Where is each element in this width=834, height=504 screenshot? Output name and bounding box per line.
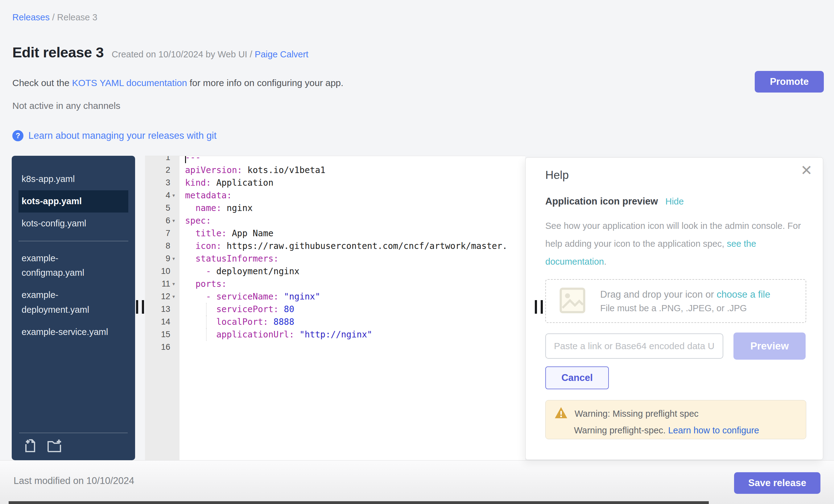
kots-yaml-doc-link[interactable]: KOTS YAML documentation [72, 78, 187, 88]
file-sidebar: k8s-app.yamlkots-app.yamlkots-config.yam… [12, 156, 135, 460]
sidebar-file-example-deployment.yaml[interactable]: example-deployment.yaml [19, 284, 128, 321]
code-content: icon: https://raw.githubusercontent.com/… [179, 240, 507, 252]
file-label: example-deployment.yaml [22, 288, 113, 317]
file-label: example-configmap.yaml [22, 251, 113, 281]
icon-url-input[interactable] [545, 333, 723, 359]
code-line-2[interactable]: 2apiVersion: kots.io/v1beta1 [145, 164, 525, 176]
preview-button[interactable]: Preview [733, 332, 806, 360]
warning-detail: Warning preflight-spec. Learn how to con… [574, 425, 797, 436]
code-line-3[interactable]: 3kind: Application [145, 176, 525, 189]
code-line-15[interactable]: 15 applicationUrl: "http://nginx" [145, 328, 525, 341]
code-line-8[interactable]: 8 icon: https://raw.githubusercontent.co… [145, 240, 525, 252]
code-line-11[interactable]: 11▾ ports: [145, 278, 525, 290]
sidebar-file-example-configmap.yaml[interactable]: example-configmap.yaml [19, 247, 128, 284]
code-content: localPort: 8888 [179, 315, 294, 328]
channel-status: Not active in any channels [12, 101, 120, 111]
code-content: statusInformers: [179, 252, 279, 265]
file-label: kots-config.yaml [22, 216, 86, 231]
code-line-12[interactable]: 12▾ - serviceName: "nginx" [145, 290, 525, 303]
learn-configure-link[interactable]: Learn how to configure [668, 425, 759, 435]
help-panel-title: Help [545, 169, 569, 182]
icon-preview-description: See how your application icon will look … [545, 217, 817, 270]
add-file-icon[interactable] [23, 439, 38, 454]
code-content: servicePort: 80 [179, 303, 294, 315]
code-content: apiVersion: kots.io/v1beta1 [179, 164, 325, 176]
code-content: - deployment/nginx [179, 265, 300, 278]
code-line-1[interactable]: 1--- [145, 156, 525, 164]
breadcrumb: Releases / Release 3 [12, 12, 97, 23]
save-release-button[interactable]: Save release [734, 472, 820, 494]
fold-arrow-icon[interactable]: ▾ [170, 256, 177, 262]
sidebar-file-example-service.yaml[interactable]: example-service.yaml [19, 321, 128, 343]
created-info: Created on 10/10/2024 by Web UI / Paige … [112, 49, 308, 60]
fold-arrow-icon[interactable]: ▾ [170, 281, 177, 287]
sidebar-divider [19, 241, 128, 241]
icon-dropzone[interactable]: Drag and drop your icon or choose a file… [545, 279, 806, 323]
created-by-link[interactable]: Paige Calvert [255, 49, 308, 59]
gutter-line-number: 10 [145, 265, 179, 278]
gutter-line-number: 11▾ [145, 278, 179, 290]
help-panel: ✕ Help Application icon preview Hide See… [525, 157, 823, 460]
code-content: kind: Application [179, 176, 273, 189]
gutter-line-number: 12▾ [145, 290, 179, 303]
code-line-14[interactable]: 14 localPort: 8888 [145, 315, 525, 328]
file-label: example-service.yaml [22, 325, 108, 339]
editor-resize-handle[interactable] [535, 300, 543, 314]
breadcrumb-releases-link[interactable]: Releases [12, 12, 50, 22]
image-placeholder-icon [559, 287, 586, 314]
code-line-6[interactable]: 6▾spec: [145, 214, 525, 227]
sidebar-file-kots-app.yaml[interactable]: kots-app.yaml [19, 190, 128, 213]
warning-icon [554, 407, 568, 421]
sidebar-bottom [19, 433, 128, 454]
file-label: kots-app.yaml [22, 194, 82, 209]
gutter-line-number: 16 [145, 341, 179, 353]
gutter-line-number: 5 [145, 202, 179, 214]
gutter-line-number: 4▾ [145, 189, 179, 202]
file-list: k8s-app.yamlkots-app.yamlkots-config.yam… [12, 168, 135, 343]
code-content: name: nginx [179, 202, 253, 214]
promote-button[interactable]: Promote [755, 71, 824, 92]
code-content: metadata: [179, 189, 232, 202]
sidebar-file-k8s-app.yaml[interactable]: k8s-app.yaml [19, 168, 128, 190]
gutter-line-number: 6▾ [145, 214, 179, 227]
fold-arrow-icon[interactable]: ▾ [170, 193, 177, 198]
icon-preview-title: Application icon preview [545, 196, 658, 207]
last-modified: Last modified on 10/10/2024 [14, 475, 134, 486]
code-line-10[interactable]: 10 - deployment/nginx [145, 265, 525, 278]
close-icon[interactable]: ✕ [800, 163, 812, 177]
code-line-9[interactable]: 9▾ statusInformers: [145, 252, 525, 265]
hide-link[interactable]: Hide [665, 196, 684, 207]
code-line-5[interactable]: 5 name: nginx [145, 202, 525, 214]
code-content: --- [179, 156, 201, 164]
gutter-line-number: 9▾ [145, 252, 179, 265]
doc-hint: Check out the KOTS YAML documentation fo… [12, 78, 343, 88]
question-icon: ? [12, 130, 23, 141]
add-folder-icon[interactable] [47, 439, 62, 454]
git-releases-link[interactable]: Learn about managing your releases with … [28, 130, 217, 141]
choose-file-link[interactable]: choose a file [717, 289, 770, 300]
code-content: - serviceName: "nginx" [179, 290, 320, 303]
warning-title: Warning: Missing preflight spec [575, 409, 699, 419]
gutter-line-number: 2 [145, 164, 179, 176]
code-content: applicationUrl: "http://nginx" [179, 328, 372, 341]
page-title: Edit release 3 [12, 44, 104, 61]
code-line-16[interactable]: 16 [145, 341, 525, 353]
fold-arrow-icon[interactable]: ▾ [170, 294, 177, 300]
sidebar-bottom-divider [19, 433, 128, 433]
file-label: k8s-app.yaml [22, 172, 75, 187]
code-line-7[interactable]: 7 title: App Name [145, 227, 525, 240]
code-content [179, 341, 185, 353]
gutter-line-number: 13 [145, 303, 179, 315]
code-line-4[interactable]: 4▾metadata: [145, 189, 525, 202]
sidebar-file-kots-config.yaml[interactable]: kots-config.yaml [19, 213, 128, 235]
code-line-13[interactable]: 13 servicePort: 80 [145, 303, 525, 315]
edit-release-page: Releases / Release 3 Edit release 3 Crea… [0, 0, 834, 504]
gutter-line-number: 15 [145, 328, 179, 341]
yaml-editor[interactable]: 1---2apiVersion: kots.io/v1beta13kind: A… [145, 156, 525, 460]
title-row: Edit release 3 Created on 10/10/2024 by … [12, 44, 308, 61]
fold-arrow-icon[interactable]: ▾ [170, 218, 177, 224]
gutter-line-number: 1 [145, 156, 179, 164]
code-content: title: App Name [179, 227, 273, 240]
cancel-button[interactable]: Cancel [545, 367, 609, 389]
sidebar-resize-handle[interactable] [136, 300, 144, 314]
